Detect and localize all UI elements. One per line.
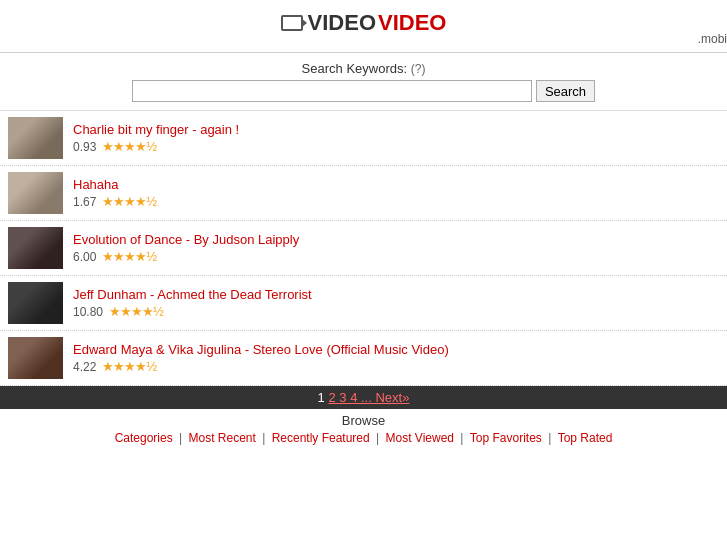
video-info: Charlie bit my finger - again !0.93★★★★½	[73, 122, 719, 154]
page-current: 1	[318, 390, 325, 405]
search-label: Search Keywords: (?)	[302, 61, 426, 76]
search-row: Search	[0, 80, 727, 102]
search-input[interactable]	[132, 80, 532, 102]
browse-link-top-rated[interactable]: Top Rated	[558, 431, 613, 445]
video-info: Jeff Dunham - Achmed the Dead Terrorist1…	[73, 287, 719, 319]
video-views: 6.00	[73, 250, 96, 264]
browse-separator: |	[259, 431, 269, 445]
browse-separator: |	[545, 431, 555, 445]
search-help: (?)	[411, 62, 426, 76]
browse-links: Categories | Most Recent | Recently Feat…	[115, 431, 613, 445]
video-views: 10.80	[73, 305, 103, 319]
video-stars: ★★★★½	[102, 359, 156, 374]
video-stars: ★★★★½	[102, 249, 156, 264]
video-meta: 10.80★★★★½	[73, 304, 719, 319]
browse-link-most-viewed[interactable]: Most Viewed	[386, 431, 454, 445]
video-meta: 0.93★★★★½	[73, 139, 719, 154]
video-meta: 6.00★★★★½	[73, 249, 719, 264]
pagination-bar: 1 2 3 4 ... Next»	[0, 386, 727, 409]
video-stars: ★★★★½	[109, 304, 163, 319]
video-title[interactable]: Edward Maya & Vika Jigulina - Stereo Lov…	[73, 342, 449, 357]
video-item: Jeff Dunham - Achmed the Dead Terrorist1…	[0, 276, 727, 331]
video-item: Hahaha1.67★★★★½	[0, 166, 727, 221]
logo-text-video2: VIDEO	[378, 10, 446, 36]
logo: VIDEO VIDEO	[281, 10, 447, 36]
video-meta: 1.67★★★★½	[73, 194, 719, 209]
video-stars: ★★★★½	[102, 139, 156, 154]
video-thumbnail	[8, 117, 63, 159]
video-item: Edward Maya & Vika Jigulina - Stereo Lov…	[0, 331, 727, 386]
browse-separator: |	[176, 431, 186, 445]
video-title[interactable]: Evolution of Dance - By Judson Laipply	[73, 232, 299, 247]
video-views: 4.22	[73, 360, 96, 374]
video-item: Evolution of Dance - By Judson Laipply6.…	[0, 221, 727, 276]
header: VIDEO VIDEO .mobi	[0, 0, 727, 53]
search-button[interactable]: Search	[536, 80, 595, 102]
video-thumbnail	[8, 227, 63, 269]
video-views: 0.93	[73, 140, 96, 154]
video-thumbnail	[8, 282, 63, 324]
video-title[interactable]: Hahaha	[73, 177, 119, 192]
video-meta: 4.22★★★★½	[73, 359, 719, 374]
video-thumbnail	[8, 337, 63, 379]
logo-icon	[281, 15, 303, 31]
video-views: 1.67	[73, 195, 96, 209]
video-info: Edward Maya & Vika Jigulina - Stereo Lov…	[73, 342, 719, 374]
browse-link-recently-featured[interactable]: Recently Featured	[272, 431, 370, 445]
browse-link-top-favorites[interactable]: Top Favorites	[470, 431, 542, 445]
video-thumbnail	[8, 172, 63, 214]
video-info: Hahaha1.67★★★★½	[73, 177, 719, 209]
logo-text-video1: VIDEO	[308, 10, 376, 36]
browse-area: Browse Categories | Most Recent | Recent…	[0, 409, 727, 449]
browse-separator: |	[457, 431, 467, 445]
page-next-link[interactable]: 2 3 4 ... Next»	[328, 390, 409, 405]
video-info: Evolution of Dance - By Judson Laipply6.…	[73, 232, 719, 264]
video-list: Charlie bit my finger - again !0.93★★★★½…	[0, 111, 727, 386]
browse-separator: |	[373, 431, 383, 445]
video-stars: ★★★★½	[102, 194, 156, 209]
browse-label: Browse	[0, 413, 727, 428]
browse-link-categories[interactable]: Categories	[115, 431, 173, 445]
video-title[interactable]: Charlie bit my finger - again !	[73, 122, 239, 137]
video-title[interactable]: Jeff Dunham - Achmed the Dead Terrorist	[73, 287, 312, 302]
browse-link-most-recent[interactable]: Most Recent	[189, 431, 256, 445]
video-item: Charlie bit my finger - again !0.93★★★★½	[0, 111, 727, 166]
search-area: Search Keywords: (?) Search	[0, 53, 727, 111]
